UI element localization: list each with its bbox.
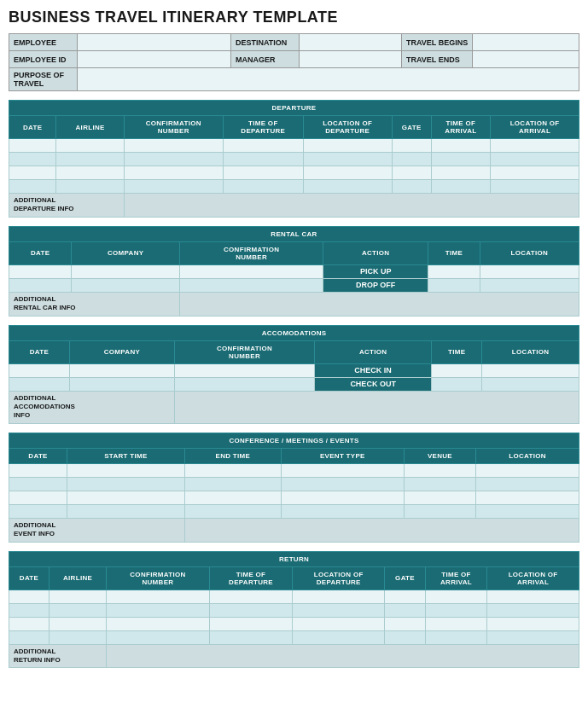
dep-col-confirmation: CONFIRMATION NUMBER bbox=[124, 116, 223, 139]
conferences-section: CONFERENCE / MEETINGS / EVENTS DATE STAR… bbox=[9, 433, 579, 543]
purpose-value[interactable] bbox=[78, 68, 579, 91]
departure-table: DEPARTURE DATE AIRLINE CONFIRMATION NUMB… bbox=[9, 100, 579, 218]
dropoff-action: DROP OFF bbox=[323, 278, 428, 292]
acc-col-confirmation: CONFIRMATION NUMBER bbox=[174, 340, 314, 363]
dep-col-gate: GATE bbox=[392, 116, 431, 139]
employee-id-label: EMPLOYEE ID bbox=[9, 51, 78, 68]
table-row bbox=[9, 491, 579, 504]
table-row: CHECK IN bbox=[9, 363, 579, 377]
conf-col-date: DATE bbox=[9, 448, 67, 463]
acc-col-company: COMPANY bbox=[69, 340, 174, 363]
table-row bbox=[9, 504, 579, 518]
conf-col-start: START TIME bbox=[67, 448, 185, 463]
ret-col-loc-dep: LOCATION OF DEPARTURE bbox=[293, 566, 385, 590]
accommodations-header: ACCOMODATIONS bbox=[9, 325, 579, 340]
rental-additional-value[interactable] bbox=[180, 292, 579, 316]
rental-additional-label: ADDITIONAL RENTAL CAR INFO bbox=[9, 292, 180, 316]
manager-label: MANAGER bbox=[231, 51, 300, 68]
conf-col-end: END TIME bbox=[184, 448, 281, 463]
table-row bbox=[9, 603, 579, 617]
purpose-label: PURPOSE OF TRAVEL bbox=[9, 68, 78, 91]
table-row bbox=[9, 617, 579, 630]
travel-begins-value[interactable] bbox=[473, 34, 579, 51]
rental-car-header: RENTAL CAR bbox=[9, 226, 579, 241]
ret-col-time-arr: TIME OF ARRIVAL bbox=[425, 566, 486, 590]
dep-col-time-dep: TIME OF DEPARTURE bbox=[223, 116, 303, 139]
rc-col-time: TIME bbox=[428, 241, 480, 264]
rc-col-location: LOCATION bbox=[480, 241, 579, 264]
dep-col-loc-arr: LOCATION OF ARRIVAL bbox=[491, 116, 579, 139]
table-row bbox=[9, 590, 579, 603]
ret-col-time-dep: TIME OF DEPARTURE bbox=[209, 566, 293, 590]
conferences-additional-value[interactable] bbox=[184, 518, 579, 542]
rc-col-action: ACTION bbox=[323, 241, 428, 264]
return-header: RETURN bbox=[9, 551, 579, 566]
departure-header: DEPARTURE bbox=[9, 101, 579, 116]
return-table: RETURN DATE AIRLINE CONFIRMATION NUMBER … bbox=[9, 551, 579, 669]
acc-col-location: LOCATION bbox=[482, 340, 579, 363]
return-additional-label: ADDITIONAL RETURN INFO bbox=[9, 644, 107, 668]
rental-car-section: RENTAL CAR DATE COMPANY CONFIRMATION NUM… bbox=[9, 226, 579, 317]
table-row bbox=[9, 477, 579, 491]
acc-col-date: DATE bbox=[9, 340, 70, 363]
ret-col-date: DATE bbox=[9, 566, 49, 590]
acc-col-action: ACTION bbox=[315, 340, 432, 363]
rc-col-confirmation: CONFIRMATION NUMBER bbox=[180, 241, 323, 264]
conferences-header: CONFERENCE / MEETINGS / EVENTS bbox=[9, 433, 579, 448]
return-additional-row: ADDITIONAL RETURN INFO bbox=[9, 644, 579, 668]
rc-col-date: DATE bbox=[9, 241, 72, 264]
table-row: PICK UP bbox=[9, 264, 579, 278]
checkin-action: CHECK IN bbox=[315, 363, 432, 377]
travel-ends-label: TRAVEL ENDS bbox=[402, 51, 473, 68]
departure-section: DEPARTURE DATE AIRLINE CONFIRMATION NUMB… bbox=[9, 100, 579, 218]
return-additional-value[interactable] bbox=[107, 644, 579, 668]
departure-additional-label: ADDITIONAL DEPARTURE INFO bbox=[9, 194, 125, 218]
travel-begins-label: TRAVEL BEGINS bbox=[402, 34, 473, 51]
rc-col-company: COMPANY bbox=[72, 241, 180, 264]
acc-col-time: TIME bbox=[432, 340, 482, 363]
ret-col-airline: AIRLINE bbox=[49, 566, 107, 590]
dep-col-airline: AIRLINE bbox=[56, 116, 124, 139]
employee-id-value[interactable] bbox=[78, 51, 231, 68]
table-row bbox=[9, 463, 579, 477]
ret-col-gate: GATE bbox=[385, 566, 426, 590]
destination-value[interactable] bbox=[300, 34, 402, 51]
accommodations-table: ACCOMODATIONS DATE COMPANY CONFIRMATION … bbox=[9, 325, 579, 424]
main-info-table: EMPLOYEE DESTINATION TRAVEL BEGINS EMPLO… bbox=[9, 33, 579, 91]
table-row bbox=[9, 139, 579, 153]
accommodations-additional-row: ADDITIONAL ACCOMODATIONS INFO bbox=[9, 391, 579, 423]
table-row: DROP OFF bbox=[9, 278, 579, 292]
destination-label: DESTINATION bbox=[231, 34, 300, 51]
conferences-additional-label: ADDITIONAL EVENT INFO bbox=[9, 518, 185, 542]
ret-col-confirmation: CONFIRMATION NUMBER bbox=[107, 566, 210, 590]
pickup-action: PICK UP bbox=[323, 264, 428, 278]
rental-additional-row: ADDITIONAL RENTAL CAR INFO bbox=[9, 292, 579, 316]
table-row bbox=[9, 153, 579, 166]
conferences-table: CONFERENCE / MEETINGS / EVENTS DATE STAR… bbox=[9, 433, 579, 543]
travel-ends-value[interactable] bbox=[473, 51, 579, 68]
table-row bbox=[9, 166, 579, 180]
page-title: BUSINESS TRAVEL ITINERARY TEMPLATE bbox=[9, 9, 579, 26]
departure-additional-row: ADDITIONAL DEPARTURE INFO bbox=[9, 194, 579, 218]
departure-additional-value[interactable] bbox=[124, 194, 579, 218]
table-row bbox=[9, 180, 579, 194]
accommodations-section: ACCOMODATIONS DATE COMPANY CONFIRMATION … bbox=[9, 325, 579, 424]
conf-col-location: LOCATION bbox=[476, 448, 579, 463]
dep-col-date: DATE bbox=[9, 116, 56, 139]
dep-col-time-arr: TIME OF ARRIVAL bbox=[431, 116, 491, 139]
accommodations-additional-value[interactable] bbox=[174, 391, 579, 423]
manager-value[interactable] bbox=[300, 51, 402, 68]
table-row bbox=[9, 630, 579, 644]
employee-value[interactable] bbox=[78, 34, 231, 51]
return-section: RETURN DATE AIRLINE CONFIRMATION NUMBER … bbox=[9, 551, 579, 669]
table-row: CHECK OUT bbox=[9, 377, 579, 391]
accommodations-additional-label: ADDITIONAL ACCOMODATIONS INFO bbox=[9, 391, 175, 423]
conf-col-type: EVENT TYPE bbox=[282, 448, 405, 463]
ret-col-loc-arr: LOCATION OF ARRIVAL bbox=[487, 566, 579, 590]
rental-car-table: RENTAL CAR DATE COMPANY CONFIRMATION NUM… bbox=[9, 226, 579, 317]
dep-col-loc-dep: LOCATION OF DEPARTURE bbox=[303, 116, 392, 139]
employee-label: EMPLOYEE bbox=[9, 34, 78, 51]
conf-col-venue: VENUE bbox=[404, 448, 476, 463]
checkout-action: CHECK OUT bbox=[315, 377, 432, 391]
conferences-additional-row: ADDITIONAL EVENT INFO bbox=[9, 518, 579, 542]
